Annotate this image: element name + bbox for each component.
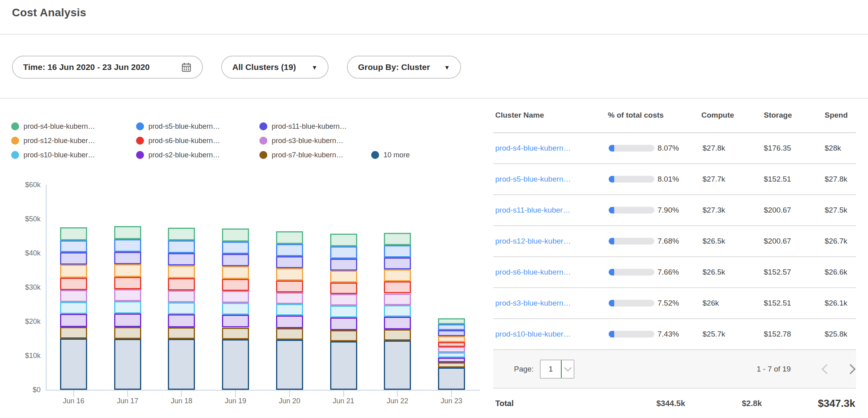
legend-item-label: prod-s5-blue-kubern… xyxy=(148,122,220,131)
storage-value: $200.67 xyxy=(764,206,791,215)
legend-swatch-icon xyxy=(259,151,267,159)
storage-value: $152.57 xyxy=(764,268,791,277)
col-header-percent: % of total costs xyxy=(608,111,664,120)
prev-page-button[interactable] xyxy=(820,364,831,374)
legend-item[interactable]: prod-s5-blue-kubern… xyxy=(136,122,259,131)
legend-item[interactable]: prod-s11-blue-kubern… xyxy=(259,122,371,131)
page-select[interactable]: 1 xyxy=(540,360,574,379)
cluster-name-link[interactable]: prod-s5-blue-kubern… xyxy=(495,175,571,184)
stacked-bar-chart: $0$10k$20k$30k$40k$50k$60kJun 16Jun 17Ju… xyxy=(46,185,480,391)
x-axis-tick xyxy=(181,391,182,397)
bar-segment xyxy=(60,327,87,339)
percent-progress-bar xyxy=(609,145,654,152)
cluster-name-link[interactable]: prod-s4-blue-kubern… xyxy=(495,144,571,153)
clusters-filter[interactable]: All Clusters (19) ▼ xyxy=(221,56,329,79)
percent-progress-fill xyxy=(609,145,614,152)
bar-segment xyxy=(60,314,87,327)
cluster-name-link[interactable]: prod-s3-blue-kubern… xyxy=(495,299,571,308)
legend-item-label: prod-s7-blue-kubern… xyxy=(272,151,343,159)
bar-segment xyxy=(384,269,411,281)
bar-segment xyxy=(60,290,87,302)
x-axis-tick xyxy=(235,391,236,397)
bar-segment xyxy=(276,328,303,339)
percent-progress-fill xyxy=(609,269,614,276)
bar-segment xyxy=(114,277,141,289)
percent-progress-bar xyxy=(609,269,654,276)
col-header-cluster-name: Cluster Name xyxy=(495,111,544,120)
bar-segment xyxy=(168,290,195,302)
bar-segment xyxy=(168,228,195,241)
legend-item-label: prod-s2-blue-kubern… xyxy=(148,151,220,159)
storage-value: $152.51 xyxy=(764,175,791,184)
bar-segment xyxy=(60,302,87,314)
x-axis-label: Jun 16 xyxy=(63,397,84,405)
legend-swatch-icon xyxy=(259,122,267,130)
chart-legend: prod-s4-blue-kubern…prod-s5-blue-kubern…… xyxy=(11,119,410,162)
bar-segment xyxy=(330,306,357,317)
bar-segment xyxy=(60,252,87,265)
x-axis-label: Jun 19 xyxy=(225,397,246,405)
x-axis-label: Jun 23 xyxy=(441,397,462,405)
legend-item[interactable]: prod-s3-blue-kubern… xyxy=(259,137,371,145)
chevron-down-icon: ▼ xyxy=(311,64,317,71)
percent-value: 7.52% xyxy=(658,299,679,308)
chevron-right-icon xyxy=(845,364,855,374)
table-row: prod-s5-blue-kubern…8.01%$27.7k$152.51$2… xyxy=(493,164,856,195)
legend-item-label: prod-s10-blue-kuber… xyxy=(23,151,95,159)
spend-value: $28k xyxy=(825,144,841,153)
compute-value: $27.3k xyxy=(703,206,725,215)
bar-segment xyxy=(168,265,195,278)
percent-progress-bar xyxy=(609,331,654,338)
group-by-filter[interactable]: Group By: Cluster ▼ xyxy=(347,56,461,79)
table-rows: prod-s4-blue-kubern…8.07%$27.8k$176.35$2… xyxy=(493,133,856,350)
bar-segment xyxy=(168,314,195,327)
legend-item-label: prod-s11-blue-kubern… xyxy=(272,122,347,131)
next-page-button[interactable] xyxy=(847,364,857,374)
time-range-filter[interactable]: Time: 16 Jun 2020 - 23 Jun 2020 xyxy=(12,56,203,79)
bar-segment xyxy=(438,318,465,324)
page-label: Page: xyxy=(514,365,534,373)
legend-item[interactable]: prod-s7-blue-kubern… xyxy=(259,151,371,159)
bar-segment xyxy=(276,315,303,328)
storage-value: $200.67 xyxy=(764,237,791,246)
table-row: prod-s4-blue-kubern…8.07%$27.8k$176.35$2… xyxy=(493,133,856,164)
bar-segment xyxy=(384,341,411,390)
bar-segment xyxy=(168,302,195,314)
table-row: prod-s11-blue-kuber…7.90%$27.3k$200.67$2… xyxy=(493,195,856,226)
cluster-name-link[interactable]: prod-s10-blue-kuber… xyxy=(495,330,571,339)
bar-segment xyxy=(222,242,249,254)
legend-item[interactable]: prod-s4-blue-kubern… xyxy=(11,122,136,131)
y-axis-label: $30k xyxy=(25,283,41,292)
total-spend-value: $347.3k xyxy=(818,397,855,410)
bar-segment xyxy=(222,291,249,303)
legend-item[interactable]: prod-s10-blue-kuber… xyxy=(11,151,136,159)
bar-segment xyxy=(438,330,465,336)
bar-segment xyxy=(222,339,249,390)
legend-item[interactable]: prod-s12-blue-kuber… xyxy=(11,137,136,145)
cluster-name-link[interactable]: prod-s6-blue-kubern… xyxy=(495,268,571,277)
legend-swatch-icon xyxy=(11,151,19,159)
compute-value: $27.8k xyxy=(703,144,725,153)
compute-value: $27.7k xyxy=(703,175,725,184)
page-select-value: 1 xyxy=(541,365,561,373)
legend-item[interactable]: prod-s2-blue-kubern… xyxy=(136,151,259,159)
total-compute-value: $344.5k xyxy=(656,399,685,408)
bar-segment xyxy=(114,264,141,277)
legend-item-label: prod-s12-blue-kuber… xyxy=(23,137,95,145)
col-header-storage: Storage xyxy=(764,111,792,120)
page-title: Cost Analysis xyxy=(12,6,86,19)
bar-segment xyxy=(276,304,303,315)
legend-item[interactable]: prod-s6-blue-kubern… xyxy=(136,137,259,145)
chevron-down-icon: ▼ xyxy=(444,64,450,71)
chevron-down-icon xyxy=(562,366,574,372)
legend-item[interactable]: 10 more xyxy=(371,151,410,159)
cluster-name-link[interactable]: prod-s11-blue-kuber… xyxy=(495,206,570,215)
table-row: prod-s3-blue-kubern…7.52%$26k$152.51$26.… xyxy=(493,288,856,319)
percent-progress-fill xyxy=(609,300,614,307)
compute-value: $25.7k xyxy=(703,330,725,339)
cluster-name-link[interactable]: prod-s12-blue-kuber… xyxy=(495,237,571,246)
percent-progress-bar xyxy=(609,300,654,307)
cost-table: Cluster Name % of total costs Compute St… xyxy=(493,98,856,418)
bar-segment xyxy=(114,314,141,327)
bar-segment xyxy=(330,271,357,283)
